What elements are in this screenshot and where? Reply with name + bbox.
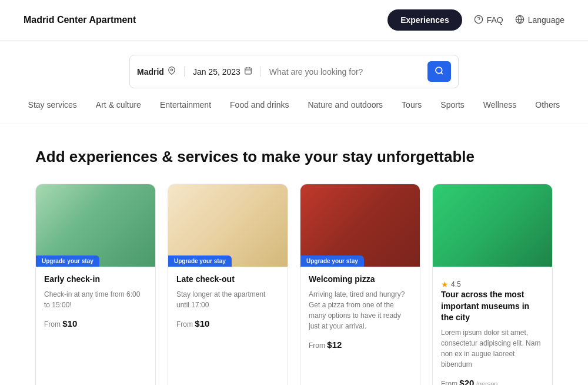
card-title: Tour across the most important museums i… — [441, 289, 544, 324]
card-title: Early check-in — [44, 274, 147, 286]
from-label: From — [176, 320, 195, 328]
card-badge: Upgrade your stay — [168, 255, 232, 267]
card-desc: Lorem ipsum dolor sit amet, consectetur … — [441, 327, 544, 370]
card-title: Welcoming pizza — [309, 274, 412, 286]
card-price: From $12 — [309, 340, 412, 350]
price-value: $10 — [195, 318, 209, 328]
cards-grid: Upgrade your stay Early check-in Check-i… — [35, 184, 553, 385]
header-actions: Experiences FAQ Language — [387, 9, 564, 31]
search-bar: Madrid Jan 25, 2023 — [129, 55, 459, 88]
card-image-checkin — [36, 184, 155, 267]
card-desc: Check-in at any time from 6:00 to 15:00! — [44, 289, 147, 310]
globe-icon — [515, 15, 524, 26]
svg-point-9 — [436, 67, 442, 74]
site-logo: Madrid Center Apartment — [24, 15, 136, 25]
card-body: ★ 4.5 Tour across the most important mus… — [433, 267, 552, 385]
search-input[interactable] — [261, 67, 427, 77]
from-label: From — [441, 380, 459, 385]
card-image-wrap — [433, 184, 552, 267]
main-content: Add experiences & services to make your … — [0, 124, 588, 385]
nav-tab-art-culture[interactable]: Art & culture — [96, 100, 141, 112]
price-suffix: /person — [476, 380, 498, 385]
nav-tab-sports[interactable]: Sports — [440, 100, 464, 112]
nav-tab-wellness[interactable]: Wellness — [483, 100, 517, 112]
from-label: From — [44, 320, 62, 328]
card-price: From $10 — [176, 318, 279, 328]
nav-tab-food-drinks[interactable]: Food and drinks — [230, 100, 289, 112]
card-image-wrap: Upgrade your stay — [300, 184, 420, 267]
card-title: Late check-out — [176, 274, 279, 286]
from-label: From — [309, 341, 327, 350]
nav-tab-entertainment[interactable]: Entertainment — [160, 100, 211, 112]
calendar-icon — [244, 67, 252, 77]
card-welcoming-pizza[interactable]: Upgrade your stay Welcoming pizza Arrivi… — [300, 184, 420, 385]
card-museum-tour[interactable]: ★ 4.5 Tour across the most important mus… — [432, 184, 553, 385]
date-selector[interactable]: Jan 25, 2023 — [185, 67, 261, 77]
price-value: $10 — [62, 318, 77, 328]
location-pin-icon — [168, 67, 176, 77]
nav-tab-nature-outdoors[interactable]: Nature and outdoors — [308, 100, 383, 112]
section-title: Add experiences & services to make your … — [35, 148, 553, 166]
card-image-wrap: Upgrade your stay — [36, 184, 155, 267]
header: Madrid Center Apartment Experiences FAQ — [0, 0, 588, 41]
nav-tab-stay-services[interactable]: Stay services — [28, 100, 77, 112]
faq-label: FAQ — [487, 15, 503, 25]
card-body: Welcoming pizza Arriving late, tired and… — [300, 267, 420, 358]
card-badge: Upgrade your stay — [36, 255, 99, 267]
svg-rect-5 — [245, 68, 252, 74]
card-image-checkout — [168, 184, 288, 267]
nav-tab-others[interactable]: Others — [535, 100, 560, 112]
card-desc: Stay longer at the apartment until 17:00 — [176, 289, 279, 310]
card-desc: Arriving late, tired and hungry? Get a p… — [309, 289, 412, 331]
card-body: Late check-out Stay longer at the apartm… — [168, 267, 288, 337]
price-value: $20 — [459, 378, 474, 385]
search-button[interactable] — [427, 61, 451, 82]
card-image-tour — [433, 184, 552, 267]
star-icon: ★ — [441, 280, 449, 289]
card-image-pizza — [300, 184, 420, 267]
search-icon — [435, 66, 444, 77]
card-badge: Upgrade your stay — [300, 255, 364, 267]
help-icon — [474, 15, 483, 26]
nav-tab-tours[interactable]: Tours — [402, 100, 422, 112]
card-late-checkout[interactable]: Upgrade your stay Late check-out Stay lo… — [168, 184, 288, 385]
card-rating: ★ 4.5 — [441, 280, 544, 289]
svg-point-4 — [171, 69, 173, 71]
language-label: Language — [528, 15, 564, 25]
experiences-button[interactable]: Experiences — [387, 9, 462, 31]
language-link[interactable]: Language — [515, 15, 564, 26]
card-body: Early check-in Check-in at any time from… — [36, 267, 155, 337]
svg-line-10 — [441, 72, 443, 74]
search-section: Madrid Jan 25, 2023 — [0, 41, 588, 88]
price-value: $12 — [327, 340, 342, 350]
card-early-checkin[interactable]: Upgrade your stay Early check-in Check-i… — [35, 184, 156, 385]
location-selector[interactable]: Madrid — [137, 67, 185, 77]
rating-value: 4.5 — [451, 280, 461, 288]
card-price: From $20 /person — [441, 378, 544, 385]
location-text: Madrid — [137, 67, 164, 77]
card-image-wrap: Upgrade your stay — [168, 184, 288, 267]
category-nav: Stay services Art & culture Entertainmen… — [0, 88, 588, 124]
card-price: From $10 — [44, 318, 147, 328]
date-text: Jan 25, 2023 — [193, 67, 240, 77]
faq-link[interactable]: FAQ — [474, 15, 503, 26]
